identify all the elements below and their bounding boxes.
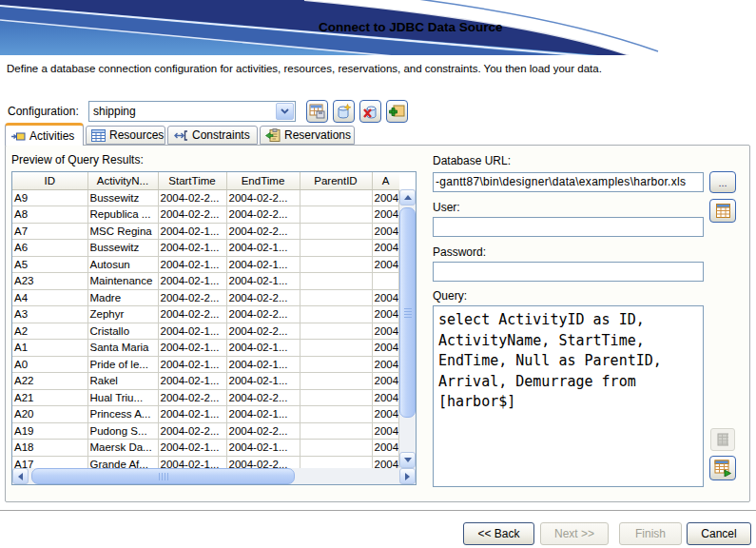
table-row[interactable]: A3Zephyr2004-02-2...2004-02-2...2004 [12,306,399,323]
table-row[interactable]: A18Maersk Da...2004-02-1...2004-02-1...2… [12,440,399,457]
table-cell[interactable]: Hual Triu... [87,389,158,406]
scroll-right-button[interactable] [399,468,416,484]
table-row[interactable]: A4Madre2004-02-2...2004-02-2...2004 [12,289,399,306]
table-cell[interactable] [300,256,372,273]
table-cell[interactable]: 2004-02-2... [158,389,226,406]
table-cell[interactable]: 2004-02-2... [158,289,226,306]
table-cell[interactable]: A4 [12,289,87,306]
configuration-dropdown[interactable]: shipping [88,101,296,122]
table-row[interactable]: A17Grande Af...2004-02-1...2004-02-2...2… [12,456,399,468]
table-cell[interactable]: 2004-02-1... [158,256,226,273]
table-cell[interactable]: 2004 [372,456,399,468]
query-textarea[interactable]: select ActivityID as ID, ActivityName, S… [433,305,704,487]
table-cell[interactable] [300,223,372,240]
table-cell[interactable]: 2004-02-2... [158,206,226,224]
table-cell[interactable]: 2004 [372,189,399,206]
table-cell[interactable] [300,373,372,390]
user-input[interactable] [433,217,704,237]
scroll-left-button[interactable] [12,468,29,484]
table-cell[interactable]: 2004 [372,422,399,440]
table-cell[interactable]: 2004-02-2... [226,306,300,323]
table-cell[interactable] [300,389,372,406]
table-row[interactable]: A19Pudong S...2004-02-2...2004-02-2...20… [12,422,399,440]
horizontal-scrollbar-thumb[interactable] [31,468,295,484]
table-cell[interactable]: 2004 [372,256,399,273]
table-cell[interactable]: 2004 [372,323,399,340]
table-cell[interactable]: 2004-02-2... [226,206,300,224]
table-row[interactable]: A9Bussewitz2004-02-2...2004-02-2...2004 [12,189,399,206]
tab-reservations[interactable]: Reservations [260,126,355,145]
table-cell[interactable]: 2004-02-2... [158,189,226,206]
table-row[interactable]: A8Republica ...2004-02-2...2004-02-2...2… [12,206,399,224]
scroll-up-button[interactable] [399,189,416,206]
table-cell[interactable]: A5 [12,256,87,273]
table-cell[interactable]: Bussewitz [87,240,158,257]
run-query-button[interactable] [709,456,736,480]
dropdown-button[interactable] [276,103,294,120]
table-cell[interactable] [300,406,372,423]
table-cell[interactable]: 2004 [372,223,399,240]
table-cell[interactable] [300,306,372,323]
table-cell[interactable]: 2004-02-2... [226,189,300,206]
table-cell[interactable]: A23 [12,273,87,290]
table-cell[interactable]: 2004-02-2... [158,422,226,440]
table-cell[interactable]: 2004-02-1... [226,406,300,423]
scroll-down-button[interactable] [399,452,416,468]
tab-resources[interactable]: Resources [86,126,165,145]
table-cell[interactable]: A2 [12,323,87,340]
table-cell[interactable]: 2004-02-1... [226,440,300,457]
table-cell[interactable] [300,422,372,440]
vertical-scrollbar[interactable] [399,189,416,468]
cancel-button[interactable]: Cancel [687,522,751,545]
table-cell[interactable]: Autosun [87,256,158,273]
table-cell[interactable]: A0 [12,356,87,373]
save-table-button[interactable] [306,100,328,123]
table-cell[interactable]: 2004 [372,306,399,323]
table-cell[interactable]: Republica ... [87,206,158,224]
table-cell[interactable]: 2004-02-1... [158,440,226,457]
table-cell[interactable]: Pudong S... [87,422,158,440]
table-cell[interactable]: A3 [12,306,87,323]
column-header[interactable]: ActivityN... [87,172,158,189]
table-cell[interactable]: A21 [12,389,87,406]
table-row[interactable]: A23Maintenance2004-02-1...2004-02-1... [12,273,399,290]
password-input[interactable] [433,262,704,282]
table-cell[interactable]: 2004-02-1... [226,340,300,357]
table-cell[interactable]: A7 [12,223,87,240]
column-header[interactable]: ParentID [300,172,372,189]
browse-button[interactable]: ... [709,171,736,193]
table-cell[interactable]: Grande Af... [87,456,158,468]
table-cell[interactable]: 2004 [372,389,399,406]
table-cell[interactable] [300,340,372,357]
table-cell[interactable]: 2004 [372,440,399,457]
table-cell[interactable]: A17 [12,456,87,468]
table-cell[interactable]: A22 [12,373,87,390]
back-button[interactable]: << Back [463,522,534,545]
new-connection-button[interactable] [333,100,355,123]
table-cell[interactable]: 2004-02-1... [226,356,300,373]
table-cell[interactable]: A1 [12,340,87,357]
column-header[interactable]: ID [12,172,87,189]
table-cell[interactable]: 2004 [372,340,399,357]
table-row[interactable]: A2Cristallo2004-02-1...2004-02-2...2004 [12,323,399,340]
table-cell[interactable]: 2004 [372,240,399,257]
table-cell[interactable] [300,206,372,224]
table-cell[interactable]: 2004-02-2... [226,289,300,306]
table-row[interactable]: A6Bussewitz2004-02-1...2004-02-1...2004 [12,240,399,257]
table-cell[interactable]: 2004 [372,356,399,373]
table-cell[interactable] [300,323,372,340]
column-header[interactable]: EndTime [226,172,300,189]
table-cell[interactable]: 2004-02-1... [158,456,226,468]
table-cell[interactable]: 2004-02-2... [226,456,300,468]
add-note-button[interactable] [386,100,408,123]
table-cell[interactable]: Bussewitz [87,189,158,206]
table-row[interactable]: A7MSC Regina2004-02-1...2004-02-2...2004 [12,223,399,240]
table-cell[interactable]: A8 [12,206,87,224]
table-cell[interactable]: A6 [12,240,87,257]
table-cell[interactable]: 2004 [372,373,399,390]
preview-table-viewport[interactable]: IDActivityN...StartTimeEndTimeParentIDA … [12,172,399,468]
pick-table-button[interactable] [709,199,736,223]
table-cell[interactable]: 2004 [372,406,399,423]
table-cell[interactable]: A20 [12,406,87,423]
table-cell[interactable]: Zephyr [87,306,158,323]
